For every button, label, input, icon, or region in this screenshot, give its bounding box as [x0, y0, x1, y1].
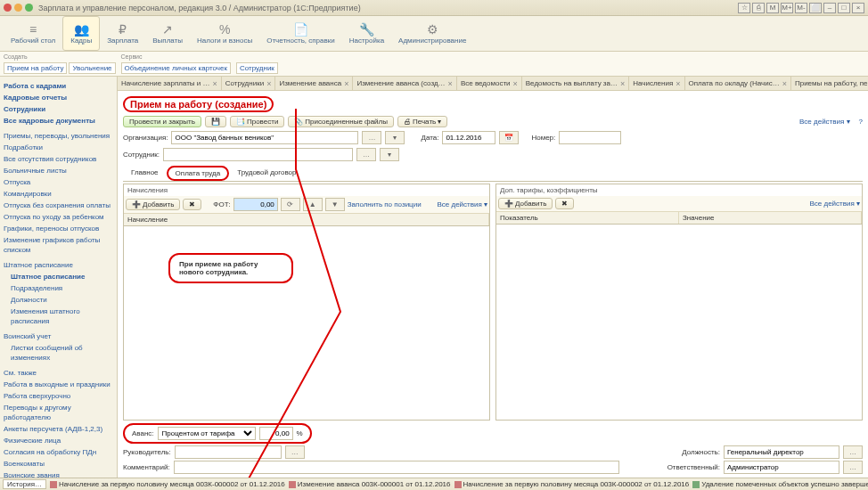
doc-tab[interactable]: Сотрудники× [222, 77, 276, 90]
tb-min-icon[interactable]: – [823, 3, 836, 13]
tb-calc-icon[interactable]: ⬜ [809, 3, 822, 13]
close-tab-icon[interactable]: × [676, 79, 680, 88]
ruk-select-icon[interactable]: … [285, 445, 305, 459]
employee-select-icon[interactable]: … [356, 148, 376, 161]
section-Рабочий стол[interactable]: ≡Рабочий стол [4, 16, 62, 51]
section-Налоги и взносы[interactable]: %Налоги и взносы [190, 16, 259, 51]
close-tab-icon[interactable]: × [344, 79, 348, 88]
sidebar-item[interactable]: Подразделения [2, 282, 115, 294]
section-Настройка[interactable]: 🔧Настройка [342, 16, 391, 51]
fot-down-icon[interactable]: ▼ [325, 198, 345, 211]
minimize-window[interactable] [14, 4, 22, 12]
org-input[interactable] [171, 131, 358, 144]
sidebar-item[interactable]: См. также [2, 367, 115, 379]
org-select-icon[interactable]: … [362, 131, 381, 144]
history-button[interactable]: История… [3, 479, 46, 489]
extra-body[interactable] [496, 225, 862, 420]
tb-close-icon[interactable]: × [852, 3, 864, 13]
sidebar-item[interactable]: Приемы, переводы, увольнения [2, 130, 115, 142]
sidebar-item[interactable]: Воинский учет [2, 331, 115, 342]
number-input[interactable] [559, 131, 621, 144]
kom-input[interactable] [174, 461, 619, 474]
sidebar-item[interactable]: Листки сообщений об изменениях [2, 342, 115, 363]
subbar-link-merge[interactable]: Объединение личных карточек [121, 62, 231, 74]
sidebar-item[interactable]: Изменение графиков работы списком [2, 234, 115, 256]
ruk-input[interactable] [175, 445, 282, 459]
sidebar-item[interactable]: Отпуска [2, 176, 115, 188]
avans-select[interactable]: Процентом от тарифа [158, 427, 256, 440]
sidebar-item[interactable]: Работа с кадрами [2, 80, 115, 92]
sidebar-item[interactable]: Сотрудники [2, 103, 115, 115]
section-Кадры[interactable]: 👥Кадры [62, 16, 100, 51]
sidebar-item[interactable]: Должности [2, 294, 115, 306]
avans-input[interactable] [259, 427, 293, 440]
add-extra-button[interactable]: ➕ Добавить [498, 198, 553, 209]
tab-main[interactable]: Главное [123, 166, 167, 181]
section-Администрирование[interactable]: ⚙Администрирование [391, 16, 473, 51]
section-Отчетность, справки[interactable]: 📄Отчетность, справки [259, 16, 342, 51]
sidebar-item[interactable]: Штатное расписание [2, 271, 115, 282]
accruals-all-actions[interactable]: Все действия ▾ [437, 200, 487, 208]
otv-select-icon[interactable]: … [843, 461, 863, 474]
otv-input[interactable] [724, 461, 839, 474]
sidebar-item[interactable]: Подработки [2, 142, 115, 153]
doc-tab[interactable]: Начисления× [629, 77, 684, 90]
close-tab-icon[interactable]: × [266, 79, 271, 88]
sidebar-item[interactable]: Отпуска по уходу за ребенком [2, 211, 115, 223]
doc-tab[interactable]: Начисление зарплаты и …× [118, 77, 222, 90]
maximize-window[interactable] [25, 4, 33, 12]
close-tab-icon[interactable]: × [448, 79, 453, 88]
sidebar-item[interactable]: Отпуска без сохранения оплаты [2, 200, 115, 211]
doc-tab[interactable]: Приемы на работу, пере…× [791, 77, 868, 90]
sidebar-item[interactable]: Штатное расписание [2, 259, 115, 271]
employee-dropdown-icon[interactable]: ▾ [380, 148, 399, 161]
subbar-link-hire[interactable]: Прием на работу [4, 62, 67, 74]
close-tab-icon[interactable]: × [620, 79, 625, 88]
tb-print-icon[interactable]: ⎙ [752, 3, 765, 13]
write-button[interactable]: 💾 [205, 116, 226, 127]
doc-tab[interactable]: Оплата по окладу (Начис…× [685, 77, 791, 90]
subbar-link-fire[interactable]: Увольнение [69, 62, 115, 74]
employee-input[interactable] [163, 148, 353, 161]
sidebar-item[interactable]: Все отсутствия сотрудников [2, 153, 115, 165]
tb-max-icon[interactable]: □ [838, 3, 850, 13]
sidebar-item[interactable]: Графики, переносы отпусков [2, 223, 115, 234]
del-extra-button[interactable]: ✖ [555, 198, 574, 209]
sidebar-item[interactable]: Воинские звания [2, 470, 115, 478]
close-tab-icon[interactable]: × [513, 79, 518, 88]
doc-tab[interactable]: Изменение аванса (созд…× [353, 77, 456, 90]
doc-tab[interactable]: Ведомость на выплату за…× [522, 77, 629, 90]
sidebar-item[interactable]: Больничные листы [2, 165, 115, 176]
sidebar-item[interactable]: Кадровые отчеты [2, 92, 115, 103]
sidebar-item[interactable]: Работа сверхурочно [2, 390, 115, 402]
section-Выплаты[interactable]: ↗Выплаты [145, 16, 190, 51]
org-dropdown-icon[interactable]: ▾ [385, 131, 405, 144]
fill-by-position-link[interactable]: Заполнить по позиции [348, 200, 422, 208]
sidebar-item[interactable]: Изменения штатного расписания [2, 306, 115, 327]
sidebar-item[interactable]: Физические лица [2, 435, 115, 446]
tb-star-icon[interactable]: ☆ [738, 3, 750, 13]
date-picker-icon[interactable]: 📅 [499, 131, 519, 144]
close-window[interactable] [4, 4, 12, 12]
window-controls[interactable] [4, 4, 33, 12]
sidebar-item[interactable]: Согласия на обработку ПДн [2, 446, 115, 458]
fot-input[interactable] [233, 198, 278, 211]
close-tab-icon[interactable]: × [782, 79, 787, 88]
close-tab-icon[interactable]: × [213, 79, 217, 88]
date-input[interactable] [442, 131, 495, 144]
subbar-link-employee[interactable]: Сотрудник [236, 62, 278, 74]
post-and-close-button[interactable]: Провести и закрыть [123, 116, 201, 127]
tab-contract[interactable]: Трудовой договор [229, 166, 304, 181]
doc-tab[interactable]: Все ведомости× [457, 77, 522, 90]
dolzh-input[interactable] [724, 445, 839, 459]
doc-tab[interactable]: Изменение аванса× [275, 77, 353, 90]
tab-payment[interactable]: Оплата труда [167, 166, 230, 181]
help-icon[interactable]: ? [859, 118, 863, 126]
sidebar-item[interactable]: Анкеты персучета (АДВ-1,2,3) [2, 423, 115, 435]
extra-all-actions[interactable]: Все действия ▾ [809, 200, 860, 208]
print-button[interactable]: 🖨 Печать ▾ [397, 116, 447, 127]
sidebar-item[interactable]: Военкоматы [2, 458, 115, 470]
tb-mplus-btn[interactable]: M+ [781, 3, 793, 13]
del-accrual-button[interactable]: ✖ [183, 199, 201, 210]
accruals-body[interactable]: При приеме на работу нового сотрудника. [124, 226, 489, 420]
